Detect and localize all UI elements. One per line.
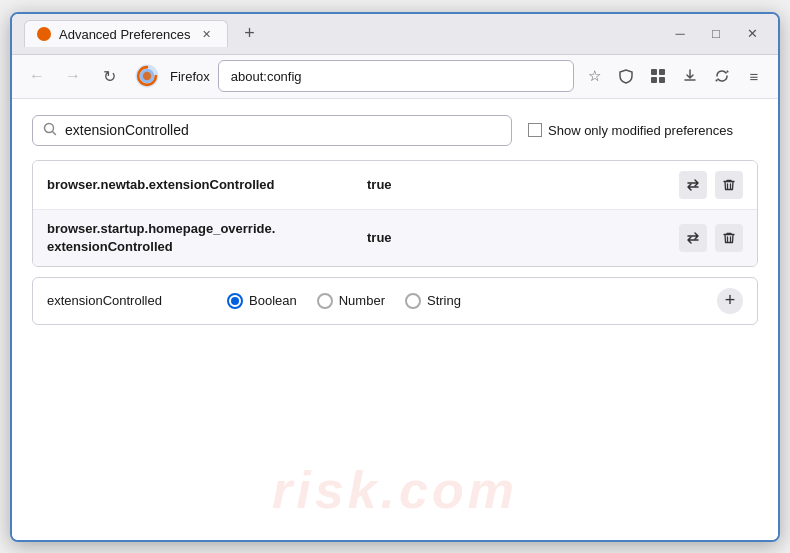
nav-bar: ← → ↻ Firefox about:config ☆ xyxy=(12,55,778,99)
browser-window: Advanced Preferences ✕ + ─ □ ✕ ← → ↻ Fir… xyxy=(10,12,780,542)
address-bar[interactable]: about:config xyxy=(218,60,574,92)
firefox-label: Firefox xyxy=(170,69,210,84)
minimize-button[interactable]: ─ xyxy=(666,24,694,44)
radio-boolean-fill xyxy=(231,297,239,305)
watermark: risk.com xyxy=(272,460,518,520)
title-bar: Advanced Preferences ✕ + ─ □ ✕ xyxy=(12,14,778,55)
delete-button[interactable] xyxy=(715,171,743,199)
svg-point-2 xyxy=(143,72,151,80)
tab-close-button[interactable]: ✕ xyxy=(199,26,215,42)
table-row: browser.startup.homepage_override. exten… xyxy=(33,210,757,266)
reload-button[interactable]: ↻ xyxy=(94,61,124,91)
show-modified-checkbox[interactable] xyxy=(528,123,542,137)
radio-string[interactable]: String xyxy=(405,293,461,309)
add-preference-button[interactable]: + xyxy=(717,288,743,314)
show-modified-label: Show only modified preferences xyxy=(548,123,733,138)
firefox-logo-icon xyxy=(134,63,160,89)
back-button[interactable]: ← xyxy=(22,61,52,91)
firefox-tab-icon xyxy=(37,27,51,41)
window-controls: ─ □ ✕ xyxy=(666,24,766,44)
search-input[interactable] xyxy=(65,122,501,138)
swap-button[interactable] xyxy=(679,171,707,199)
preferences-table: browser.newtab.extensionControlled true xyxy=(32,160,758,267)
forward-button[interactable]: → xyxy=(58,61,88,91)
radio-boolean-label: Boolean xyxy=(249,293,297,308)
menu-icon[interactable]: ≡ xyxy=(740,62,768,90)
pref-value: true xyxy=(367,177,669,192)
tab-label: Advanced Preferences xyxy=(59,27,191,42)
downloads-icon[interactable] xyxy=(676,62,704,90)
address-text: about:config xyxy=(231,69,302,84)
radio-string-label: String xyxy=(427,293,461,308)
pref-actions xyxy=(679,171,743,199)
delete-button[interactable] xyxy=(715,224,743,252)
svg-rect-5 xyxy=(651,77,657,83)
content-area: risk.com Show only modified preferences xyxy=(12,99,778,540)
nav-icons: ☆ xyxy=(580,62,768,90)
maximize-button[interactable]: □ xyxy=(702,24,730,44)
show-modified-option[interactable]: Show only modified preferences xyxy=(528,123,733,138)
pref-actions xyxy=(679,224,743,252)
radio-boolean[interactable]: Boolean xyxy=(227,293,297,309)
browser-tab[interactable]: Advanced Preferences ✕ xyxy=(24,20,228,47)
radio-boolean-indicator xyxy=(227,293,243,309)
pocket-icon[interactable] xyxy=(612,62,640,90)
search-icon xyxy=(43,122,57,139)
close-button[interactable]: ✕ xyxy=(738,24,766,44)
radio-number-indicator xyxy=(317,293,333,309)
table-row: browser.newtab.extensionControlled true xyxy=(33,161,757,210)
search-input-wrap[interactable] xyxy=(32,115,512,146)
swap-button[interactable] xyxy=(679,224,707,252)
pref-value: true xyxy=(367,230,669,245)
radio-string-indicator xyxy=(405,293,421,309)
pref-name-multiline: browser.startup.homepage_override. exten… xyxy=(47,220,357,256)
new-pref-name: extensionControlled xyxy=(47,293,207,308)
new-tab-button[interactable]: + xyxy=(236,20,264,48)
search-bar: Show only modified preferences xyxy=(32,115,758,146)
pref-name: browser.newtab.extensionControlled xyxy=(47,177,357,192)
add-preference-row: extensionControlled Boolean Number xyxy=(32,277,758,325)
radio-number-label: Number xyxy=(339,293,385,308)
extensions-icon[interactable] xyxy=(644,62,672,90)
svg-rect-4 xyxy=(659,69,665,75)
sync-icon[interactable] xyxy=(708,62,736,90)
bookmark-icon[interactable]: ☆ xyxy=(580,62,608,90)
radio-number[interactable]: Number xyxy=(317,293,385,309)
type-radio-group: Boolean Number String xyxy=(227,293,697,309)
svg-rect-6 xyxy=(659,77,665,83)
svg-rect-3 xyxy=(651,69,657,75)
